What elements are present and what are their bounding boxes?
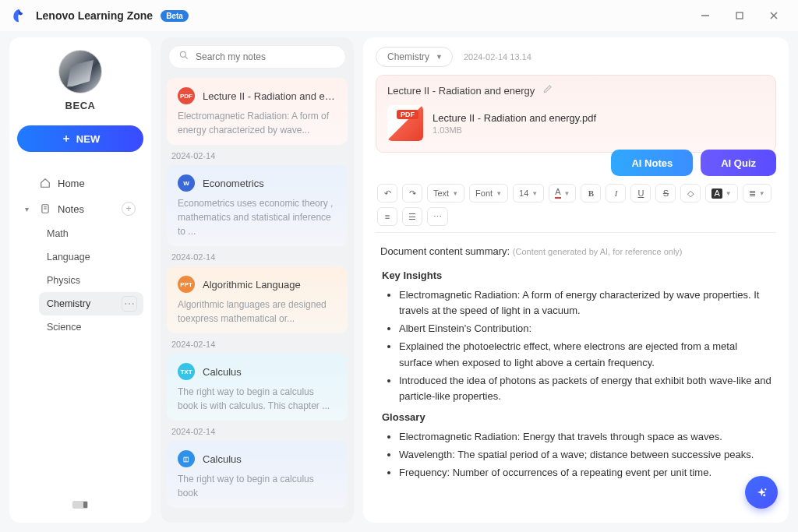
- note-card-econometrics[interactable]: W Econometrics Econometrics uses economi…: [167, 165, 348, 246]
- note-title: Algorithmic Language: [203, 279, 301, 291]
- fontsize-dropdown[interactable]: 14▼: [513, 184, 544, 203]
- add-note-category-button[interactable]: +: [122, 202, 136, 216]
- clear-format-button[interactable]: ◇: [680, 184, 701, 203]
- ai-quiz-button[interactable]: AI Quiz: [701, 150, 776, 176]
- sidebar-item-science[interactable]: Science: [39, 315, 143, 339]
- chevron-down-icon: ▼: [436, 53, 443, 61]
- nav-notes[interactable]: ▾ Notes +: [17, 196, 143, 222]
- sidebar: BECA ＋ NEW Home ▾ Notes + Math Language …: [9, 37, 151, 523]
- file-size: 1.03MB: [433, 125, 596, 135]
- editor-toolbar: ↶ ↷ Text▼ Font▼ 14▼ A▼ B I U S ◇ A▼ ≣▼ ≡…: [376, 176, 776, 233]
- search-icon: [178, 50, 189, 64]
- highlight-color-button[interactable]: A▼: [705, 184, 737, 203]
- sidebar-footer: [17, 495, 143, 515]
- text-style-dropdown[interactable]: Text▼: [427, 184, 464, 203]
- content-panel: Chemistry ▼ 2024-02-14 13.14 Lecture II …: [363, 37, 789, 523]
- svg-point-9: [763, 494, 765, 496]
- category-dropdown[interactable]: Chemistry ▼: [376, 47, 453, 67]
- svg-rect-1: [736, 12, 743, 19]
- maximize-button[interactable]: [726, 5, 753, 26]
- ppt-icon: PPT: [178, 276, 195, 293]
- more-button[interactable]: ⋯: [427, 207, 448, 226]
- collapse-icon[interactable]: [72, 501, 88, 509]
- file-thumbnail[interactable]: PDF: [387, 105, 423, 141]
- note-card-algorithmic[interactable]: PPT Algorithmic Language Algorithmic lan…: [167, 266, 348, 333]
- new-button-label: NEW: [76, 133, 100, 145]
- summary-hint: (Content generated by AI, for reference …: [513, 247, 683, 256]
- glossary-item: Electromagnetic Radiation: Energy that t…: [399, 429, 772, 446]
- note-date: 2024-02-14: [161, 246, 354, 265]
- notes-icon: [39, 203, 51, 215]
- nav-home-label: Home: [58, 178, 85, 189]
- bold-button[interactable]: B: [581, 184, 601, 203]
- search-field[interactable]: [196, 51, 336, 62]
- txt-icon: TXT: [178, 363, 195, 380]
- sidebar-item-language[interactable]: Language: [39, 245, 143, 269]
- note-title: Calculus: [203, 366, 242, 378]
- align-button[interactable]: ≣▼: [743, 184, 772, 203]
- note-date: 2024-02-14: [161, 333, 354, 352]
- nav-notes-label: Notes: [58, 203, 84, 215]
- timestamp: 2024-02-14 13.14: [464, 52, 531, 62]
- nav-home[interactable]: Home: [17, 171, 143, 196]
- note-title: Lecture II - Radiation and ene...: [203, 90, 337, 102]
- note-excerpt: Econometrics uses economic theory , math…: [178, 196, 337, 238]
- file-name: Lecture II - Radiation and energy.pdf: [433, 112, 596, 124]
- pdf-badge: PDF: [397, 110, 418, 119]
- glossary-heading: Glossary: [382, 410, 772, 426]
- note-title: Calculus: [203, 453, 242, 465]
- image-icon: ◫: [178, 450, 195, 467]
- document-title: Lecture II - Radiation and energy: [387, 85, 535, 97]
- caret-down-icon: ▾: [25, 205, 33, 213]
- note-title: Econometrics: [203, 178, 264, 189]
- notes-list-panel: PDF Lecture II - Radiation and ene... El…: [161, 37, 354, 523]
- pdf-icon: PDF: [178, 87, 195, 104]
- document-body[interactable]: Document content summary: (Content gener…: [376, 233, 776, 523]
- category-label: Chemistry: [387, 51, 429, 62]
- strike-button[interactable]: S: [655, 184, 676, 203]
- list-button[interactable]: ≡: [377, 207, 397, 226]
- ai-assistant-fab[interactable]: [745, 476, 778, 509]
- key-insights-heading: Key Insights: [382, 268, 772, 284]
- insight-item: Explained the photoelectric effect, wher…: [399, 339, 772, 372]
- note-date: 2024-02-14: [161, 145, 354, 164]
- plus-icon: ＋: [61, 132, 72, 146]
- note-excerpt: Algorithmic languages are designed toexp…: [178, 298, 337, 326]
- note-card-calculus-img[interactable]: ◫ Calculus The right way to begin a calc…: [167, 441, 348, 508]
- sidebar-item-physics[interactable]: Physics: [39, 269, 143, 292]
- sidebar-item-chemistry[interactable]: Chemistry: [39, 292, 143, 315]
- note-date: 2024-02-14: [161, 421, 354, 439]
- app-logo-icon: [11, 7, 28, 24]
- glossary-item: Frequency: Number of occurrences of a re…: [399, 465, 772, 481]
- note-card-calculus-txt[interactable]: TXT Calculus The right way to begin a ca…: [167, 354, 348, 421]
- svg-point-10: [764, 488, 766, 490]
- redo-button[interactable]: ↷: [402, 184, 422, 203]
- undo-button[interactable]: ↶: [377, 184, 397, 203]
- file-banner: Lecture II - Radiation and energy PDF Le…: [376, 75, 776, 153]
- titlebar: Lenovo Learning Zone Beta: [0, 0, 798, 31]
- text-color-button[interactable]: A▼: [549, 184, 576, 203]
- numbered-list-button[interactable]: ☰: [402, 207, 422, 226]
- new-button[interactable]: ＋ NEW: [17, 125, 143, 152]
- ai-notes-button[interactable]: AI Notes: [611, 150, 693, 176]
- avatar[interactable]: [58, 50, 102, 93]
- insight-item: Introduced the idea of photons as packet…: [399, 373, 772, 406]
- insight-item: Albert Einstein's Contribution:: [399, 321, 772, 337]
- insight-item: Electromagnetic Radiation: A form of ene…: [399, 287, 772, 320]
- search-input[interactable]: [168, 45, 346, 69]
- note-card-radiation[interactable]: PDF Lecture II - Radiation and ene... El…: [167, 78, 348, 145]
- underline-button[interactable]: U: [630, 184, 651, 203]
- font-dropdown[interactable]: Font▼: [469, 184, 508, 203]
- word-icon: W: [178, 174, 195, 192]
- edit-icon[interactable]: [542, 83, 553, 97]
- close-button[interactable]: [761, 5, 787, 26]
- italic-button[interactable]: I: [606, 184, 626, 203]
- home-icon: [39, 177, 51, 189]
- minimize-button[interactable]: [692, 5, 719, 26]
- svg-line-8: [185, 57, 188, 59]
- sidebar-item-math[interactable]: Math: [39, 222, 143, 245]
- beta-badge: Beta: [161, 10, 189, 22]
- note-excerpt: The right way to begin a calculus book i…: [178, 385, 337, 413]
- app-title: Lenovo Learning Zone: [36, 9, 153, 22]
- note-excerpt: Electromagnetic Radiation: A form of ene…: [178, 109, 337, 137]
